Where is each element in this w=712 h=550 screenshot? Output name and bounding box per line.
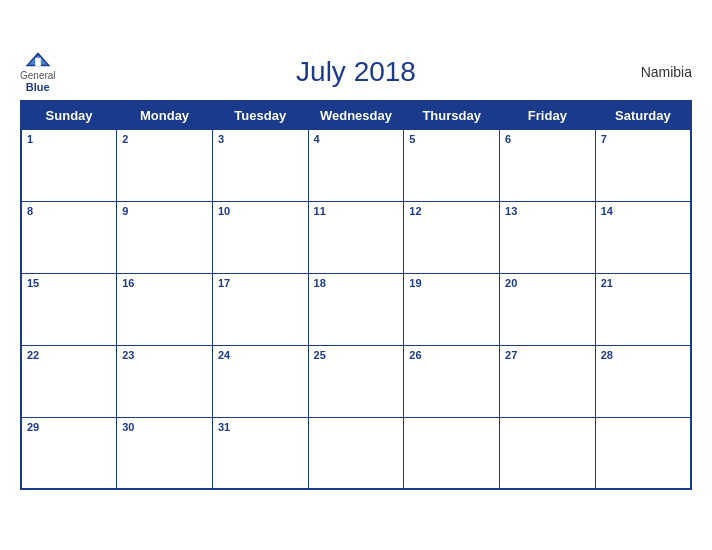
calendar-cell: 2 xyxy=(117,129,213,201)
calendar-cell: 28 xyxy=(595,345,691,417)
calendar-cell: 21 xyxy=(595,273,691,345)
day-number: 22 xyxy=(27,349,111,361)
day-number: 17 xyxy=(218,277,303,289)
week-row-1: 1234567 xyxy=(21,129,691,201)
calendar-tbody: 1234567891011121314151617181920212223242… xyxy=(21,129,691,489)
day-number: 7 xyxy=(601,133,685,145)
week-row-5: 293031 xyxy=(21,417,691,489)
calendar-cell: 15 xyxy=(21,273,117,345)
calendar-cell: 16 xyxy=(117,273,213,345)
calendar-cell xyxy=(595,417,691,489)
day-number: 9 xyxy=(122,205,207,217)
calendar-cell: 22 xyxy=(21,345,117,417)
calendar-cell: 18 xyxy=(308,273,404,345)
country-label: Namibia xyxy=(641,64,692,80)
day-number: 27 xyxy=(505,349,590,361)
weekday-header-row: SundayMondayTuesdayWednesdayThursdayFrid… xyxy=(21,101,691,130)
calendar-cell: 5 xyxy=(404,129,500,201)
calendar-cell xyxy=(308,417,404,489)
day-number: 8 xyxy=(27,205,111,217)
day-number: 21 xyxy=(601,277,685,289)
day-number: 14 xyxy=(601,205,685,217)
calendar-thead: SundayMondayTuesdayWednesdayThursdayFrid… xyxy=(21,101,691,130)
calendar-cell: 17 xyxy=(212,273,308,345)
calendar-title: July 2018 xyxy=(296,56,416,88)
calendar-cell: 1 xyxy=(21,129,117,201)
calendar-cell: 19 xyxy=(404,273,500,345)
weekday-header-sunday: Sunday xyxy=(21,101,117,130)
day-number: 29 xyxy=(27,421,111,433)
day-number: 25 xyxy=(314,349,399,361)
calendar-cell: 14 xyxy=(595,201,691,273)
calendar-cell: 29 xyxy=(21,417,117,489)
calendar-cell: 26 xyxy=(404,345,500,417)
weekday-header-tuesday: Tuesday xyxy=(212,101,308,130)
calendar-cell: 11 xyxy=(308,201,404,273)
weekday-header-saturday: Saturday xyxy=(595,101,691,130)
calendar-cell xyxy=(500,417,596,489)
calendar-cell: 27 xyxy=(500,345,596,417)
calendar-cell: 3 xyxy=(212,129,308,201)
day-number: 28 xyxy=(601,349,685,361)
svg-rect-3 xyxy=(35,58,41,66)
logo-area: General Blue xyxy=(20,51,56,93)
calendar-cell: 31 xyxy=(212,417,308,489)
calendar-cell: 30 xyxy=(117,417,213,489)
calendar-header: General Blue July 2018 Namibia xyxy=(20,50,692,94)
day-number: 3 xyxy=(218,133,303,145)
weekday-header-monday: Monday xyxy=(117,101,213,130)
calendar-cell xyxy=(404,417,500,489)
day-number: 13 xyxy=(505,205,590,217)
calendar-cell: 9 xyxy=(117,201,213,273)
day-number: 31 xyxy=(218,421,303,433)
weekday-header-thursday: Thursday xyxy=(404,101,500,130)
day-number: 20 xyxy=(505,277,590,289)
day-number: 10 xyxy=(218,205,303,217)
calendar-table: SundayMondayTuesdayWednesdayThursdayFrid… xyxy=(20,100,692,491)
weekday-header-friday: Friday xyxy=(500,101,596,130)
calendar-container: General Blue July 2018 Namibia SundayMon… xyxy=(0,40,712,511)
day-number: 11 xyxy=(314,205,399,217)
calendar-cell: 10 xyxy=(212,201,308,273)
logo-blue-text: Blue xyxy=(26,81,50,93)
day-number: 4 xyxy=(314,133,399,145)
calendar-cell: 13 xyxy=(500,201,596,273)
day-number: 1 xyxy=(27,133,111,145)
day-number: 24 xyxy=(218,349,303,361)
calendar-cell: 8 xyxy=(21,201,117,273)
calendar-cell: 12 xyxy=(404,201,500,273)
day-number: 12 xyxy=(409,205,494,217)
calendar-cell: 23 xyxy=(117,345,213,417)
calendar-cell: 6 xyxy=(500,129,596,201)
weekday-header-wednesday: Wednesday xyxy=(308,101,404,130)
day-number: 30 xyxy=(122,421,207,433)
day-number: 16 xyxy=(122,277,207,289)
week-row-4: 22232425262728 xyxy=(21,345,691,417)
day-number: 26 xyxy=(409,349,494,361)
week-row-2: 891011121314 xyxy=(21,201,691,273)
calendar-cell: 20 xyxy=(500,273,596,345)
day-number: 15 xyxy=(27,277,111,289)
day-number: 5 xyxy=(409,133,494,145)
week-row-3: 15161718192021 xyxy=(21,273,691,345)
calendar-cell: 25 xyxy=(308,345,404,417)
day-number: 19 xyxy=(409,277,494,289)
calendar-cell: 7 xyxy=(595,129,691,201)
day-number: 18 xyxy=(314,277,399,289)
day-number: 6 xyxy=(505,133,590,145)
logo-icon xyxy=(24,51,52,69)
logo-general-text: General xyxy=(20,70,56,81)
day-number: 23 xyxy=(122,349,207,361)
calendar-cell: 24 xyxy=(212,345,308,417)
calendar-cell: 4 xyxy=(308,129,404,201)
day-number: 2 xyxy=(122,133,207,145)
